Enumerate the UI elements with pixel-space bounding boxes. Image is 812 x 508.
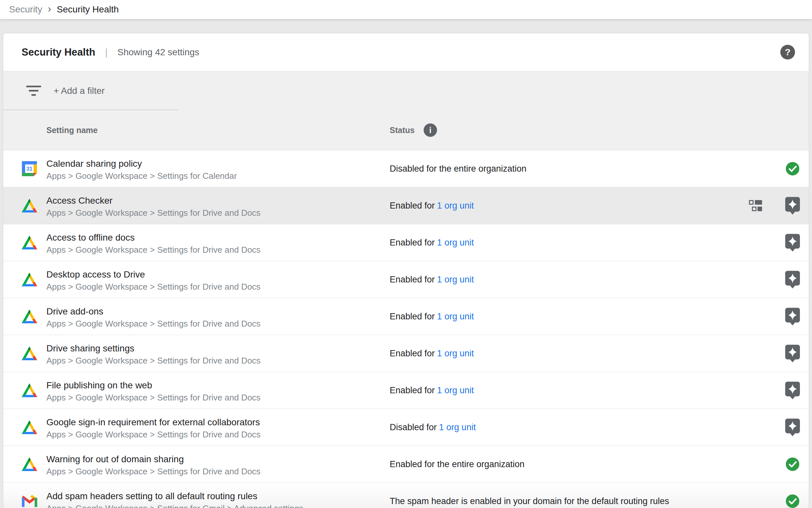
org-unit-link[interactable]: 1 org unit [437,311,474,321]
setting-path: Apps > Google Workspace > Settings for C… [46,171,237,181]
org-unit-link[interactable]: 1 org unit [437,238,474,248]
org-unit-link[interactable]: 1 org unit [437,201,474,211]
recommendation-icon[interactable] [785,234,800,252]
calendar-icon: 31 [21,161,37,176]
org-unit-link[interactable]: 1 org unit [437,385,474,395]
breadcrumb: Security › Security Health [0,0,812,19]
setting-path: Apps > Google Workspace > Settings for D… [46,245,260,255]
setting-name: Desktop access to Drive [46,269,145,280]
setting-path: Apps > Google Workspace > Settings for D… [46,355,260,366]
svg-text:31: 31 [27,166,32,172]
status-text: Enabled for the entire organization [390,459,525,469]
table-row[interactable]: Desktop access to Drive Apps > Google Wo… [3,261,809,298]
title-divider: | [105,47,108,58]
status-text: Enabled for1 org unit [390,385,474,395]
table-header: Setting name Status i [3,110,809,150]
filter-zone: + Add a filter Setting name Status i [3,71,809,150]
drive-icon [21,382,37,398]
recommendation-icon[interactable] [785,381,800,399]
setting-path: Apps > Google Workspace > Settings for D… [46,208,260,218]
page-background: Security Health | Showing 42 settings ? … [0,19,812,508]
setting-path: Apps > Google Workspace > Settings for D… [46,466,260,477]
chevron-right-icon: › [48,3,51,16]
drive-icon [21,198,37,213]
breadcrumb-parent-link[interactable]: Security [9,4,42,15]
org-unit-link[interactable]: 1 org unit [439,422,476,432]
breadcrumb-current: Security Health [57,4,119,15]
table-row[interactable]: Access Checker Apps > Google Workspace >… [3,187,809,224]
security-health-card: Security Health | Showing 42 settings ? … [3,33,809,508]
status-text: Enabled for1 org unit [390,311,474,322]
recommendation-icon[interactable] [785,271,800,289]
org-unit-link[interactable]: 1 org unit [437,348,474,358]
org-unit-link[interactable]: 1 org unit [437,274,474,284]
setting-path: Apps > Google Workspace > Settings for D… [46,392,260,403]
status-ok-icon [785,494,800,508]
column-status: Status [390,126,415,135]
column-setting-name: Setting name [46,126,98,135]
drive-icon [21,345,37,361]
table-row[interactable]: Add spam headers setting to all default … [3,482,809,508]
setting-path: Apps > Google Workspace > Settings for G… [46,503,303,508]
setting-name: Google sign-in requirement for external … [46,417,260,428]
setting-path: Apps > Google Workspace > Settings for D… [46,282,260,292]
drive-icon [21,456,37,472]
status-text: Disabled for the entire organization [390,164,527,174]
setting-name: Access Checker [46,195,112,206]
setting-path: Apps > Google Workspace > Settings for D… [46,319,260,329]
filter-list-icon[interactable] [26,86,41,96]
table-row[interactable]: 31 Calendar sharing policy Apps > Google… [3,150,809,187]
table-row[interactable]: Warning for out of domain sharing Apps >… [3,446,809,482]
drive-icon [21,235,37,250]
status-text: Enabled for1 org unit [390,238,474,248]
status-text: Enabled for1 org unit [390,348,474,358]
drive-icon [21,308,37,324]
setting-name: Access to offline docs [46,232,135,243]
drive-icon [21,419,37,435]
recommendation-icon[interactable] [785,418,800,436]
setting-name: Calendar sharing policy [46,158,142,169]
info-icon[interactable]: i [424,124,437,137]
table-row[interactable]: Drive add-ons Apps > Google Workspace > … [3,298,809,335]
table-row[interactable]: Drive sharing settings Apps > Google Wor… [3,335,809,372]
status-text: Enabled for1 org unit [390,201,474,211]
status-text: Enabled for1 org unit [390,274,474,285]
setting-name: Drive add-ons [46,306,103,317]
settings-table: 31 Calendar sharing policy Apps > Google… [3,150,809,508]
setting-name: File publishing on the web [46,380,152,391]
gmail-icon [21,493,37,508]
status-ok-icon [785,162,800,176]
table-row[interactable]: File publishing on the web Apps > Google… [3,372,809,409]
card-header: Security Health | Showing 42 settings ? [3,33,809,71]
drive-icon [21,272,37,287]
status-ok-icon [785,457,800,472]
status-text: The spam header is enabled in your domai… [390,496,669,506]
recommendation-icon[interactable] [785,197,800,215]
setting-name: Drive sharing settings [46,343,134,354]
org-units-icon[interactable] [749,200,762,211]
add-filter-button[interactable]: + Add a filter [3,71,809,110]
status-text: Disabled for1 org unit [390,422,476,432]
settings-count: Showing 42 settings [117,47,200,57]
table-row[interactable]: Access to offline docs Apps > Google Wor… [3,224,809,261]
recommendation-icon[interactable] [785,345,800,363]
page-title: Security Health [21,46,95,58]
table-row[interactable]: Google sign-in requirement for external … [3,409,809,446]
add-filter-label[interactable]: + Add a filter [54,86,104,96]
setting-name: Warning for out of domain sharing [46,454,184,465]
setting-name: Add spam headers setting to all default … [46,491,257,502]
setting-path: Apps > Google Workspace > Settings for D… [46,429,260,440]
recommendation-icon[interactable] [785,308,800,326]
help-icon[interactable]: ? [780,45,795,59]
